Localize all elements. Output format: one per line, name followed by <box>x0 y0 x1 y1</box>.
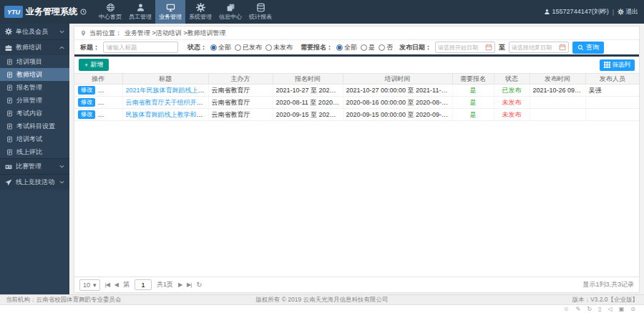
radio-input[interactable] <box>265 44 272 51</box>
sidebar-item-class-management[interactable]: 分班管理 <box>0 94 69 107</box>
action-button[interactable]: 发布 <box>99 110 116 120</box>
document-icon <box>6 59 13 65</box>
top-header: YTU 业务管理系统 中心首页 员工管理 业务管理 系统管理 <box>0 0 644 24</box>
sidebar-group-label: 教师培训 <box>16 43 56 52</box>
nav-business[interactable]: 业务管理 <box>155 0 185 24</box>
app-title: 业务管理系统 <box>26 6 77 18</box>
signup-radio-yes[interactable]: 是 <box>361 43 375 52</box>
sidebar-group-online-activity[interactable]: 线上竞技活动 <box>0 174 69 190</box>
back-icon[interactable]: ◁ <box>608 307 613 312</box>
sidebar-item-exam-content[interactable]: 考试内容 <box>0 107 69 120</box>
radio-input[interactable] <box>210 44 217 51</box>
actions-cell: 修改 发布 删除 <box>74 109 122 121</box>
sidebar-group-teacher-training[interactable]: 教师培训 <box>0 39 69 55</box>
title-link[interactable]: 云南省教育厅关于组织开展民族餐饮... <box>126 99 209 106</box>
date-end-input[interactable] <box>512 44 557 51</box>
nav-home[interactable]: 中心首页 <box>95 0 125 24</box>
radio-input[interactable] <box>379 44 385 51</box>
sidebar-group-label: 单位及会员 <box>16 27 56 37</box>
sidebar-item-label: 分班管理 <box>16 96 42 105</box>
search-button[interactable]: 查询 <box>572 42 604 54</box>
action-button[interactable]: 发布 <box>99 98 116 107</box>
action-button[interactable]: 修改 <box>78 86 95 95</box>
nav-info[interactable]: 信息中心 <box>215 0 245 24</box>
calendar-icon[interactable] <box>485 44 492 51</box>
action-button[interactable]: 撤销发布 <box>99 86 122 95</box>
status-text: 已发布 <box>502 87 522 94</box>
col-header-publisher: 发布人员 <box>585 74 639 85</box>
pencil-icon[interactable]: ✎ <box>576 307 581 312</box>
briefcase-icon <box>5 44 12 52</box>
sidebar-item-teacher-training[interactable]: 教师培训 <box>0 68 69 81</box>
radio-input[interactable] <box>336 44 343 51</box>
col-header-publish-time: 发布时间 <box>530 74 585 85</box>
radio-input[interactable] <box>361 44 367 51</box>
logout-button[interactable]: 退出 <box>618 7 638 16</box>
refresh-icon[interactable]: ↻ <box>196 281 202 289</box>
signup-radio-no[interactable]: 否 <box>379 43 393 52</box>
first-page-button[interactable]: |◀ <box>105 281 109 288</box>
calendar-icon[interactable] <box>559 44 566 51</box>
footer-version: 版本：V3.2.0【企业版】 <box>441 296 638 304</box>
action-button[interactable]: 修改 <box>78 98 95 107</box>
next-page-button[interactable]: ▶ <box>178 281 182 288</box>
sidebar-item-training-exam[interactable]: 培训考试 <box>0 133 69 145</box>
status-radio-all[interactable]: 全部 <box>210 43 231 52</box>
smiley-icon[interactable]: ☺ <box>564 307 570 312</box>
date-start-input[interactable] <box>438 44 484 51</box>
title-filter-input[interactable] <box>103 42 178 53</box>
title-link[interactable]: 民族体育舞蹈线上教学和竞赛活动 <box>126 111 209 118</box>
page-number-input[interactable] <box>135 279 152 290</box>
window-icon[interactable]: ▣ <box>619 307 625 312</box>
table-header-row: 操作 标题 主办方 报名时间 培训时间 需要报名 状态 发布时间 发布人员 <box>74 74 639 85</box>
filter-columns-button[interactable]: 筛选列 <box>600 59 635 71</box>
publisher-cell: 吴强 <box>585 85 639 97</box>
status-radio-published[interactable]: 已发布 <box>235 43 262 52</box>
col-header-actions: 操作 <box>74 74 122 85</box>
status-text: 未发布 <box>502 99 522 106</box>
nav-system[interactable]: 系统管理 <box>185 0 215 24</box>
sidebar-group-competition[interactable]: 比赛管理 <box>0 158 69 174</box>
prev-page-button[interactable]: ◀ <box>114 281 118 288</box>
nav-staff[interactable]: 员工管理 <box>125 0 155 24</box>
publish-time-cell <box>530 97 585 109</box>
action-button[interactable]: 删除 <box>119 110 122 120</box>
action-button[interactable]: 删除 <box>119 98 122 107</box>
sidebar-group-units[interactable]: 单位及会员 <box>0 24 69 39</box>
radio-label: 已发布 <box>243 43 262 52</box>
nav-label: 系统管理 <box>189 13 212 21</box>
radio-label: 未发布 <box>273 43 293 52</box>
title-filter-label: 标题： <box>80 43 99 52</box>
header-user-area: 15572744147(刘晔) | 退出 <box>544 0 644 24</box>
pagination-summary: 显示1到3,共3记录 <box>582 280 634 289</box>
sidebar-group-label: 线上竞技活动 <box>16 178 56 187</box>
chevron-down-icon <box>59 30 64 34</box>
radio-input[interactable] <box>235 44 241 51</box>
sidebar-item-training-project[interactable]: 培训项目 <box>0 55 69 68</box>
chevron-up-icon <box>59 46 64 49</box>
add-button[interactable]: + 新增 <box>79 59 109 71</box>
pagination-bar: 10 ▾ |◀ ◀ 第 共1页 ▶ ▶| ↻ 显示1到3,共3记录 <box>74 276 639 292</box>
actions-cell: 修改 发布 删除 <box>74 97 122 109</box>
signup-radio-all[interactable]: 全部 <box>336 43 357 52</box>
brand: YTU 业务管理系统 <box>0 0 87 24</box>
separator: | <box>613 9 614 16</box>
status-radio-unpublished[interactable]: 未发布 <box>265 43 293 52</box>
nav-reports[interactable]: 统计报表 <box>245 0 275 24</box>
page-size-select[interactable]: 10 ▾ <box>79 279 100 291</box>
date-to-label: 至 <box>499 43 505 52</box>
status-cell: 未发布 <box>494 109 530 121</box>
gear-icon <box>196 3 205 12</box>
action-button[interactable]: 修改 <box>78 110 95 120</box>
page-icon[interactable]: ▯ <box>598 307 601 312</box>
sidebar-item-online-evaluation[interactable]: 线上评比 <box>0 145 69 158</box>
sidebar-item-label: 教师培训 <box>16 70 42 80</box>
sidebar-item-signup-management[interactable]: 报名管理 <box>0 81 69 94</box>
sidebar-item-exam-subject-setting[interactable]: 考试科目设置 <box>0 120 69 133</box>
last-page-button[interactable]: ▶| <box>187 281 191 288</box>
nav-label: 员工管理 <box>129 13 152 21</box>
refresh-icon[interactable]: ↻ <box>587 307 592 312</box>
title-link[interactable]: 2021年民族体育舞蹈线上教学活动 <box>126 87 209 94</box>
search-icon[interactable]: ⊙ <box>630 307 635 312</box>
sidebar-item-label: 考试内容 <box>16 109 42 118</box>
